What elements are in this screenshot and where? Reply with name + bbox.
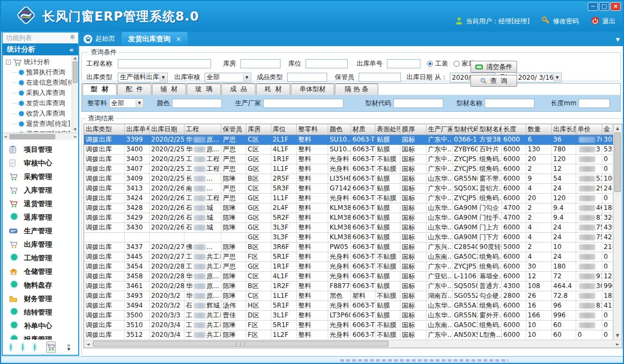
table-horizontal-scrollbar[interactable]: ◄ ❘❘❘ ► [84, 340, 622, 348]
tree-item[interactable]: 退库管理[待定] [6, 129, 71, 132]
close-button[interactable]: × [610, 2, 621, 11]
sidebar-menu-item[interactable]: 项目管理 [3, 143, 78, 156]
sidebar-menu-item[interactable]: 出库管理 [3, 238, 78, 251]
date-to-select[interactable]: 2020/ 3/16▼ [516, 73, 562, 82]
more-panels-button[interactable]: »▾ [67, 343, 71, 351]
search-button[interactable]: 查 询 [470, 75, 517, 87]
table-row[interactable]: G区3L3F整料KLM38176063-T5贴膜国标山东华...GA90M09.… [84, 232, 613, 242]
table-row[interactable]: 调拨出库34452020/2/27工共工程严思F区5R1F整料光身料6063-T… [84, 252, 613, 261]
tab-outbound-query[interactable]: 发货出库查询 × [122, 32, 188, 46]
product-type-input[interactable] [287, 73, 327, 82]
column-header-type[interactable]: 出库类型 [84, 124, 124, 135]
chevron-down-icon[interactable]: ▼ [616, 37, 620, 42]
out-type-select[interactable]: 生产领料出库▼ [118, 73, 168, 82]
table-row[interactable]: 调拨出库33992020/2/25华原...严思C区2L1F整料SU10...6… [84, 135, 613, 144]
table-row[interactable]: 调拨出库35122020/3/4工共工程陈琳F区1L2F整料光身料6063-T5… [84, 330, 613, 340]
column-header-film[interactable]: 膜厚 [400, 124, 426, 135]
column-header-surf[interactable]: 表面处理 [375, 124, 400, 135]
filter-select-1[interactable]: 全部▼ [109, 98, 144, 108]
audit-select[interactable]: 全部▼ [205, 73, 251, 82]
sidebar-menu-item[interactable]: 物料盘存 [3, 278, 78, 292]
material-tab[interactable]: 型 材 [82, 84, 117, 95]
radio-gongzhuang[interactable]: 工装 [427, 59, 448, 68]
tree-root[interactable]: - 统计分析 [6, 57, 71, 67]
material-tab[interactable]: 辅 材 [152, 84, 186, 95]
filter-input-5[interactable] [485, 99, 534, 108]
sidebar-menu-item[interactable]: 财务管理 [3, 292, 78, 305]
close-tab-icon[interactable]: × [176, 35, 181, 43]
tree-horizontal-scrollbar[interactable]: ◄ ► [3, 133, 78, 140]
column-header-no[interactable]: 出库单号 [124, 124, 149, 135]
column-header-code[interactable]: 型材代码 [452, 124, 477, 135]
table-row[interactable]: 调拨出库34242020/2/26工工程严思G区1L1F整料光身料6063-T5… [84, 193, 613, 203]
table-row[interactable]: 调拨出库34582020/2/28华原...陈琳C区4L1F整料光身料6063-… [84, 271, 613, 281]
footer-dot-button[interactable] [22, 344, 23, 350]
table-row[interactable]: 调拨出库34072020/2/25工工程严思G区1L1F整料光身料6063-T5… [84, 164, 613, 174]
table-row[interactable]: 调拨出库35002020/3/3工共工程曹佳D区3L1F整料LT3P606063… [84, 310, 613, 320]
table-row[interactable]: 调拨出库34292020/2/26石城陈琳G区5R2F整料KLM38176063… [84, 213, 613, 222]
material-tab[interactable]: 单体型材 [291, 84, 334, 95]
table-row[interactable]: 调拨出库34032020/2/25工工程严思G区1R1F整料光身料6063-T5… [84, 154, 613, 164]
material-tab[interactable]: 玻 璃 [187, 84, 221, 95]
table-row[interactable]: 调拨出库34932020/3/2华原...陈琳C区1L1F整料黑色塑料不贴膜国标… [84, 291, 613, 301]
column-header-whole[interactable]: 整零料 [296, 124, 328, 135]
scroll-up-icon[interactable]: ▲ [614, 126, 622, 131]
keeper-input[interactable] [359, 73, 401, 82]
filter-input-3[interactable] [263, 99, 343, 108]
column-header-wh[interactable]: 库房 [246, 124, 271, 135]
warehouse-input[interactable] [240, 59, 281, 68]
tree-item[interactable]: 在途信息查询[待 [6, 78, 71, 88]
table-row[interactable]: 调拨出库34302020/2/26石城陈琳G区3L3F整料KLM38176063… [84, 222, 613, 232]
sidebar-menu-item[interactable]: 采购管理 [3, 170, 78, 183]
column-header-len[interactable]: 长度 [501, 124, 526, 135]
filter-input-6[interactable] [578, 99, 610, 108]
sidebar-menu-item[interactable]: 补单中心 [3, 319, 78, 333]
pin-icon[interactable] [70, 34, 75, 42]
footer-dot-button[interactable] [34, 344, 35, 350]
column-header-loc[interactable]: 库位 [271, 124, 296, 135]
footer-cart-button[interactable] [46, 341, 56, 353]
scroll-thumb[interactable] [614, 132, 621, 192]
column-header-mat[interactable]: 材质 [351, 124, 375, 135]
tree-item[interactable]: 收货入库查询 [6, 108, 71, 119]
tree-item[interactable]: 采购入库查询 [6, 88, 71, 98]
sidebar-menu-item[interactable]: 结转管理 [3, 305, 78, 319]
column-header-outlen[interactable]: 出库长度 [551, 124, 576, 135]
filter-input-4[interactable] [393, 99, 443, 108]
material-tab[interactable]: 耗 材 [256, 84, 290, 95]
material-tab[interactable]: 配 件 [117, 84, 151, 95]
location-input[interactable] [305, 59, 348, 68]
scroll-thumb[interactable] [9, 134, 55, 139]
scroll-right-icon[interactable]: ► [74, 135, 77, 139]
sidebar-menu-item[interactable]: 工地管理 [3, 251, 78, 265]
table-vertical-scrollbar[interactable]: ▲ ▼ [613, 124, 622, 340]
column-header-name[interactable]: 型材名称 [477, 124, 501, 135]
collapse-icon[interactable]: « [69, 46, 74, 54]
order-number-input[interactable] [387, 59, 421, 68]
column-header-date[interactable]: 出库日期 [149, 124, 184, 135]
column-header-keeper[interactable]: 保管员 [221, 124, 246, 135]
table-row[interactable]: 调拨出库34542020/2/28工共工程严思G区1R1F整料光身料6063-T… [84, 261, 613, 271]
tree-item[interactable]: 发货出库查询 [6, 98, 71, 108]
change-password-button[interactable]: 修改密码 [542, 16, 579, 27]
sidebar-menu-item[interactable]: 仓储管理 [3, 265, 78, 278]
table-row[interactable]: 调拨出库34372020/2/27佛...陈琳B区3R6F整料PW056063-… [84, 242, 613, 252]
table-row[interactable]: 调拨出库34002020/2/25华原...严思C区4L1F整料SU10...6… [84, 144, 613, 154]
table-row[interactable]: 调拨出库34942020/3/2石辉城汤伟H区5R1F整料光身料6063-T5贴… [84, 301, 613, 310]
material-tab[interactable]: 成 品 [221, 84, 256, 95]
sidebar-menu-item[interactable]: 生产管理 [3, 224, 78, 238]
column-header-qty[interactable]: 数量 [526, 124, 551, 135]
scroll-left-icon[interactable]: ◄ [86, 342, 90, 347]
tree-item[interactable]: 预算执行查询 [6, 67, 71, 78]
table-row[interactable]: 调拨出库34092020/2/25长...陈琳B区2R5F整料LI35HD606… [84, 174, 613, 183]
table-row[interactable]: 调拨出库34282020/2/26石城陈琳G区2L4F整料KLM38176063… [84, 203, 613, 213]
footer-dot-button[interactable] [10, 344, 11, 350]
table-row[interactable]: 调拨出库34612020/2/28华原...陈琳B区1R2F整料F8877FT6… [84, 281, 613, 291]
filter-input-2[interactable] [172, 99, 222, 108]
column-header-price[interactable]: 单价 [576, 124, 602, 135]
sidebar-menu-item[interactable]: 入库管理 [3, 183, 78, 197]
table-row[interactable]: 调拨出库35102020/3/4工共工程陈琳F区5R1F整料光身料6063-T5… [84, 320, 613, 330]
scroll-up-icon[interactable]: ▲ [72, 56, 78, 60]
expander-icon[interactable]: - [6, 60, 11, 65]
scroll-down-icon[interactable]: ▼ [614, 333, 622, 338]
